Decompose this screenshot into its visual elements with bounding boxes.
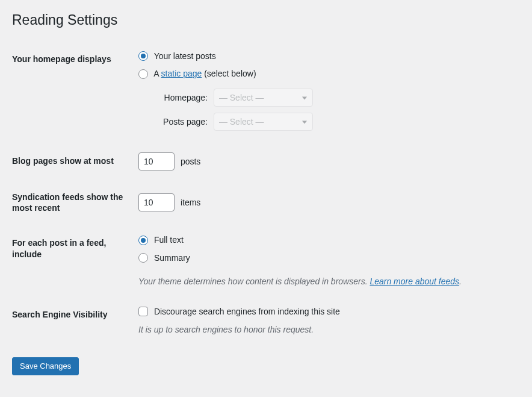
radio-static-suffix: (select below)	[202, 69, 256, 78]
feed-option-full[interactable]: Full text	[138, 234, 514, 246]
search-visibility-fieldset: Discourage search engines from indexing …	[138, 306, 514, 337]
posts-page-select[interactable]: — Select —	[214, 113, 313, 131]
radio-full-text-label: Full text	[154, 235, 184, 245]
homepage-select-label: Homepage:	[150, 92, 208, 103]
row-label-search-visibility: Search Engine Visibility	[12, 297, 132, 346]
page-title: Reading Settings	[12, 6, 520, 32]
radio-summary-label: Summary	[154, 253, 190, 263]
blog-pages-input[interactable]	[138, 152, 175, 170]
radio-latest-posts[interactable]	[138, 51, 148, 61]
row-label-homepage: Your homepage displays	[12, 42, 132, 143]
radio-static-prefix: A	[153, 69, 161, 78]
homepage-option-static[interactable]: A static page (select below)	[138, 68, 514, 80]
homepage-displays-fieldset: Your latest posts A static page (select …	[138, 51, 514, 134]
feed-desc-prefix: Your theme determines how content is dis…	[138, 277, 370, 286]
radio-static-page[interactable]	[138, 69, 148, 79]
blog-pages-suffix: posts	[181, 157, 200, 166]
posts-page-select-label: Posts page:	[150, 116, 208, 127]
row-label-syndication: Syndication feeds show the most recent	[12, 180, 132, 225]
feed-option-summary[interactable]: Summary	[138, 252, 514, 264]
homepage-option-latest[interactable]: Your latest posts	[138, 51, 514, 63]
feed-content-fieldset: Full text Summary	[138, 234, 514, 270]
save-changes-button[interactable]: Save Changes	[12, 357, 79, 375]
checkbox-discourage-label: Discourage search engines from indexing …	[154, 307, 340, 316]
radio-summary[interactable]	[138, 253, 148, 263]
homepage-select[interactable]: — Select —	[214, 89, 313, 107]
feed-content-description: Your theme determines how content is dis…	[138, 275, 514, 288]
syndication-input[interactable]	[138, 193, 175, 211]
syndication-suffix: items	[181, 198, 200, 207]
radio-full-text[interactable]	[138, 236, 148, 245]
checkbox-discourage-search[interactable]	[138, 307, 148, 316]
search-visibility-description: It is up to search engines to honor this…	[138, 324, 514, 336]
feed-desc-suffix: .	[459, 277, 462, 286]
radio-latest-posts-label: Your latest posts	[154, 51, 216, 61]
learn-more-feeds-link[interactable]: Learn more about feeds	[370, 277, 459, 286]
row-label-feed-content: For each post in a feed, include	[12, 225, 132, 296]
static-page-link[interactable]: static page	[161, 69, 202, 78]
search-visibility-option[interactable]: Discourage search engines from indexing …	[138, 306, 514, 318]
row-label-blog-pages: Blog pages show at most	[12, 143, 132, 180]
